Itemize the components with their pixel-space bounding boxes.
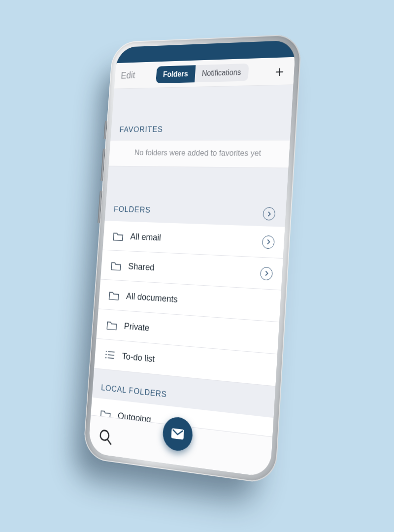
search-button[interactable] bbox=[98, 428, 113, 446]
folder-icon bbox=[112, 231, 124, 241]
compose-button[interactable] bbox=[162, 416, 194, 453]
search-icon bbox=[98, 428, 113, 446]
chevron-right-icon[interactable] bbox=[262, 235, 275, 249]
favorites-empty-state: No folders were added to favorites yet bbox=[109, 140, 290, 168]
plus-icon: ＋ bbox=[272, 64, 287, 79]
top-bar: Edit Folders Notifications ＋ bbox=[114, 57, 295, 89]
svg-line-7 bbox=[107, 439, 111, 445]
section-title: FAVORITES bbox=[119, 125, 163, 134]
phone-mockup: Edit Folders Notifications ＋ FAVORITES N… bbox=[83, 34, 302, 485]
folder-row-label: To-do list bbox=[122, 350, 267, 375]
svg-line-1 bbox=[108, 351, 115, 352]
svg-rect-8 bbox=[172, 429, 184, 439]
svg-line-5 bbox=[108, 358, 114, 358]
phone-screen: Edit Folders Notifications ＋ FAVORITES N… bbox=[88, 40, 296, 477]
mail-icon bbox=[170, 426, 185, 442]
folder-icon bbox=[110, 260, 122, 271]
chevron-right-icon[interactable] bbox=[263, 207, 276, 220]
svg-point-2 bbox=[106, 354, 106, 355]
folder-row-label: Shared bbox=[128, 261, 261, 278]
section-gap bbox=[107, 166, 289, 197]
folder-icon bbox=[106, 319, 118, 331]
section-title: FOLDERS bbox=[113, 204, 151, 215]
list-icon bbox=[104, 349, 116, 361]
add-button[interactable]: ＋ bbox=[271, 63, 288, 80]
folder-icon bbox=[108, 289, 120, 300]
section-title: LOCAL FOLDERS bbox=[101, 383, 167, 399]
folder-row-label: All documents bbox=[126, 291, 271, 311]
tab-notifications[interactable]: Notifications bbox=[195, 63, 249, 82]
edit-button[interactable]: Edit bbox=[121, 70, 135, 81]
chevron-right-icon[interactable] bbox=[260, 266, 273, 280]
svg-point-4 bbox=[106, 357, 106, 358]
svg-line-3 bbox=[108, 355, 114, 355]
svg-point-0 bbox=[106, 351, 106, 351]
folder-row-label: All email bbox=[130, 231, 263, 247]
section-header-favorites: FAVORITES bbox=[110, 113, 292, 140]
folder-row-label: Private bbox=[124, 320, 269, 343]
tab-folders[interactable]: Folders bbox=[156, 65, 196, 83]
section-gap bbox=[112, 85, 294, 115]
